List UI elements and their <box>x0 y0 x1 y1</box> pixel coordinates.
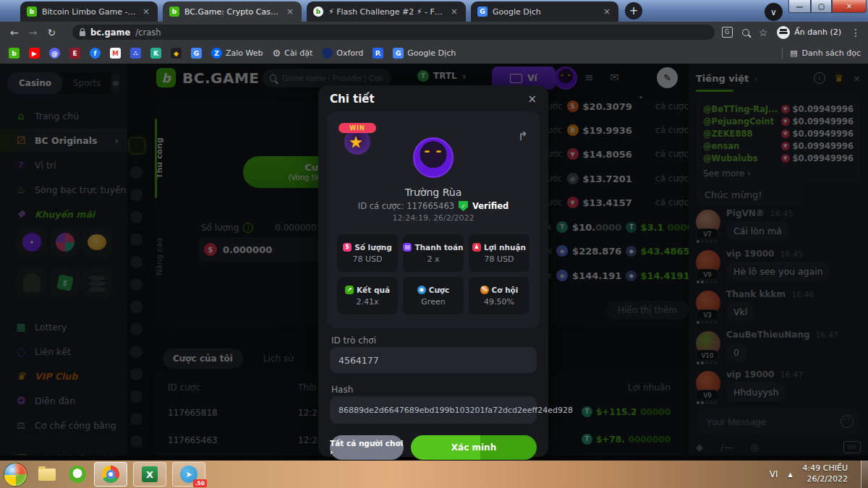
all-players-button[interactable]: Tất cả người chơi › <box>330 435 404 460</box>
player-avatar[interactable] <box>413 137 454 178</box>
zoom-icon[interactable] <box>742 29 749 36</box>
close-window-button[interactable]: × <box>832 0 867 13</box>
browser-toolbar: ← → ↻ bc.game/crash G ☆ Ẩn danh (2) ⋮ <box>0 22 868 43</box>
bookmark-translate-icon[interactable]: G <box>191 48 202 59</box>
game-id-label: ID trò chơi <box>331 335 376 346</box>
reload-icon[interactable]: ↻ <box>47 27 56 38</box>
forward-icon[interactable]: → <box>29 27 38 38</box>
share-icon[interactable]: ↱ <box>518 129 528 143</box>
incognito-badge[interactable]: Ẩn danh (2) <box>777 26 841 39</box>
game-id-field[interactable]: 4564177 <box>330 347 537 373</box>
browser-tabstrip: b Bitcoin Limbo Game - Play Limbo × b BC… <box>0 0 868 22</box>
url-host: bc.game <box>90 27 130 38</box>
chrome-icon <box>102 466 119 483</box>
reading-list-label: Danh sách đọc <box>802 48 861 58</box>
bookmark-zalo[interactable]: Z Zalo Web <box>211 48 263 59</box>
address-bar[interactable]: bc.game/crash <box>72 25 715 40</box>
modal-close-icon[interactable]: × <box>527 93 537 106</box>
tab-title: Google Dịch <box>493 7 597 17</box>
zalo-icon: Z <box>211 48 222 59</box>
bookmark-bcgame-icon[interactable]: b <box>9 48 20 59</box>
telegram-badge: .50 <box>193 479 207 487</box>
tab-close-icon[interactable]: × <box>602 7 612 17</box>
tag-icon: ◉ <box>417 286 426 294</box>
bookmark-google-translate[interactable]: G Google Dịch <box>393 48 456 59</box>
modal-buttons: Tất cả người chơi › Xác minh <box>330 435 537 460</box>
bookmark-oxford[interactable]: Oxford <box>322 48 363 59</box>
page-viewport: Casino Sports ≡ ⌂ Trang chủ ⚂ BC Origina… <box>0 64 868 461</box>
modal-header: Chi tiết × <box>318 85 548 113</box>
modal-title: Chi tiết <box>330 93 375 106</box>
win-badge: WIN ★ <box>339 121 376 159</box>
bookmark-facebook-icon[interactable]: f <box>90 48 101 59</box>
bookmark-at-icon[interactable]: @ <box>49 48 60 59</box>
taskbar-telegram[interactable]: ➤ .50 <box>172 462 205 487</box>
taskbar-explorer-icon[interactable] <box>36 463 58 485</box>
stat-value: Green <box>421 297 445 307</box>
hash-field[interactable]: 86889de2d6647689ebd199b103201fa72dcd2eef… <box>330 396 537 424</box>
bet-datetime: 12:24:19, 26/2/2022 <box>327 213 540 223</box>
start-button[interactable] <box>4 463 27 487</box>
bookmark-label: Oxford <box>336 48 363 58</box>
bookmark-gmail-icon[interactable]: M <box>110 48 121 59</box>
card-icon: ▤ <box>403 243 412 252</box>
divider <box>782 48 783 59</box>
bookmark-star-icon[interactable]: ☆ <box>759 27 768 38</box>
stat-value: 49.50% <box>484 297 514 307</box>
stat-profit: ♟Lợi nhuận 78 USD <box>469 234 529 272</box>
bookmark-youtube-icon[interactable]: ▶ <box>29 48 40 59</box>
bcgame-white-favicon: b <box>313 7 323 17</box>
moneybag-icon: $ <box>343 243 352 252</box>
browser-tab-translate[interactable]: G Google Dịch × <box>471 1 618 22</box>
bookmark-share-icon[interactable]: ∴ <box>130 48 141 59</box>
new-tab-button[interactable]: + <box>625 2 642 20</box>
bookmark-label: Google Dịch <box>407 48 456 58</box>
hash-label: Hash <box>331 385 353 395</box>
verify-button[interactable]: Xác minh <box>411 435 537 460</box>
minimize-button[interactable]: — <box>788 0 811 13</box>
translate-page-icon[interactable]: G <box>722 27 733 38</box>
translate-favicon: G <box>477 7 488 17</box>
tab-search-chevron[interactable]: ∨ <box>765 3 783 21</box>
tray-expand-icon[interactable]: ▲ <box>788 471 792 478</box>
bookmark-p-icon[interactable]: P. <box>373 48 383 59</box>
system-tray: VI ▲ 4:49 CHIỀU 26/2/2022 <box>770 461 868 488</box>
clock-date: 26/2/2022 <box>803 474 848 485</box>
taskbar-chrome-active[interactable] <box>94 462 127 487</box>
stat-value: 78 USD <box>485 254 514 264</box>
browser-tab-bcgame[interactable]: b BC.Game: Crypto Casino Games & × <box>163 1 302 22</box>
window-controls: — ▢ × <box>788 0 867 13</box>
tab-title: Bitcoin Limbo Game - Play Limbo <box>42 7 136 17</box>
taskbar-coccoc-icon[interactable] <box>67 463 88 485</box>
language-indicator[interactable]: VI <box>770 469 778 479</box>
taskbar-excel[interactable]: X <box>133 462 166 487</box>
browser-tab-limbo[interactable]: b Bitcoin Limbo Game - Play Limbo × <box>20 1 158 22</box>
win-star-icon: ★ <box>349 133 363 151</box>
tab-title: ⚡ Flash Challenge #2 ⚡ - Flash Ch <box>328 7 444 17</box>
chrome-menu-icon[interactable]: ⋮ <box>851 27 861 38</box>
translate-icon: G <box>393 48 404 59</box>
reading-list-button[interactable]: ▤ Danh sách đọc <box>790 48 861 58</box>
taskbar-clock[interactable]: 4:49 CHIỀU 26/2/2022 <box>803 463 848 485</box>
bookmark-settings[interactable]: ⚙ Cài đặt <box>273 48 313 59</box>
bookmarks-bar: b ▶ @ E f M ∴ K ◆ G Z Zalo Web ⚙ Cài đặt… <box>0 43 868 64</box>
tab-close-icon[interactable]: × <box>285 7 295 17</box>
bookmark-kucoin-icon[interactable]: K <box>150 48 161 59</box>
stat-amount: $Số lượng 78 USD <box>337 234 398 272</box>
bookmark-binance-icon[interactable]: ◆ <box>171 48 182 59</box>
bet-stats-grid: $Số lượng 78 USD ▤Thanh toán 2 x ♟Lợi nh… <box>337 234 529 314</box>
back-icon[interactable]: ← <box>10 27 19 38</box>
maximize-button[interactable]: ▢ <box>811 0 832 13</box>
win-ribbon: WIN <box>339 123 376 133</box>
bet-id-text: ID cá cược: 117665463 <box>358 201 454 211</box>
game-id-value: 4564177 <box>339 355 379 366</box>
screen: b Bitcoin Limbo Game - Play Limbo × b BC… <box>0 0 868 488</box>
browser-tab-flash[interactable]: b ⚡ Flash Challenge #2 ⚡ - Flash Ch × <box>307 1 466 22</box>
bookmark-e-icon[interactable]: E <box>69 48 80 59</box>
tab-close-icon[interactable]: × <box>141 7 151 17</box>
tab-title: BC.Game: Crypto Casino Games & <box>184 7 280 17</box>
bcgame-favicon: b <box>27 7 37 17</box>
tab-close-icon[interactable]: × <box>449 7 459 17</box>
show-desktop-button[interactable] <box>861 461 868 488</box>
stat-result: ↗Kết quả 2.41x <box>337 277 398 314</box>
